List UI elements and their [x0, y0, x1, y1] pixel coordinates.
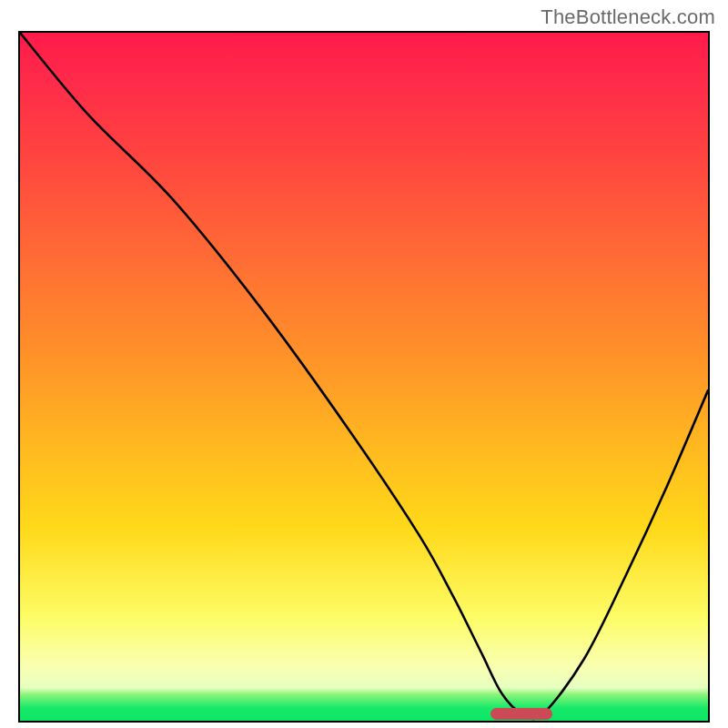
curve-path — [20, 33, 708, 719]
optimal-range-marker — [490, 708, 552, 720]
watermark-text: TheBottleneck.com — [541, 5, 715, 29]
bottleneck-curve — [20, 33, 708, 721]
chart-frame — [18, 31, 710, 723]
chart-stage: TheBottleneck.com — [0, 0, 728, 728]
